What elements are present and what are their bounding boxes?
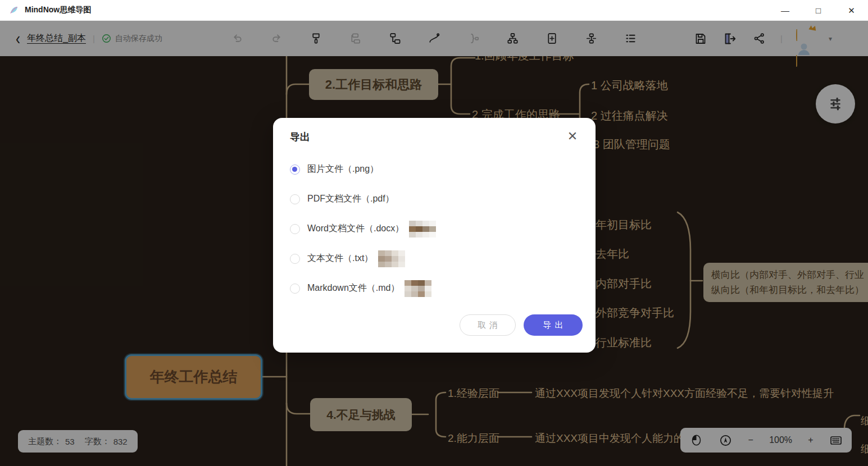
radio-unselected[interactable] (290, 284, 300, 294)
export-option-label: Markdown文件（.md） (307, 282, 399, 294)
export-option[interactable]: 图片文件（.png） (290, 154, 579, 184)
export-dialog: 导出 ✕ 图片文件（.png）PDF文档文件（.pdf）Word文档文件（.do… (273, 118, 596, 353)
export-option[interactable]: 文本文件（.txt） (290, 244, 579, 273)
minimize-button[interactable]: — (769, 0, 802, 21)
window-titlebar: MindNow思维导图 — □ ✕ (0, 0, 868, 21)
export-button[interactable]: 导出 (524, 314, 583, 336)
export-options-list: 图片文件（.png）PDF文档文件（.pdf）Word文档文件（.docx）文本… (290, 154, 579, 303)
export-option-label: 图片文件（.png） (307, 163, 379, 175)
vip-badge-blurred (405, 280, 431, 297)
dialog-title: 导出 (290, 130, 310, 144)
export-option-label: PDF文档文件（.pdf） (307, 193, 394, 205)
export-option-label: 文本文件（.txt） (307, 253, 373, 264)
radio-unselected[interactable] (290, 254, 300, 264)
cancel-button[interactable]: 取消 (460, 314, 516, 336)
export-option[interactable]: PDF文档文件（.pdf） (290, 184, 579, 214)
mindnow-logo-feather-icon (9, 5, 19, 15)
close-button[interactable]: ✕ (835, 0, 868, 21)
radio-selected[interactable] (290, 165, 300, 175)
export-option[interactable]: Markdown文件（.md） (290, 273, 579, 303)
radio-unselected[interactable] (290, 224, 300, 234)
export-option-label: Word文档文件（.docx） (307, 223, 404, 235)
vip-badge-blurred (378, 250, 405, 267)
close-icon[interactable]: ✕ (564, 128, 581, 145)
export-option[interactable]: Word文档文件（.docx） (290, 214, 579, 244)
app-title: MindNow思维导图 (25, 5, 91, 15)
maximize-button[interactable]: □ (802, 0, 835, 21)
radio-unselected[interactable] (290, 194, 300, 204)
vip-badge-blurred (409, 221, 436, 237)
